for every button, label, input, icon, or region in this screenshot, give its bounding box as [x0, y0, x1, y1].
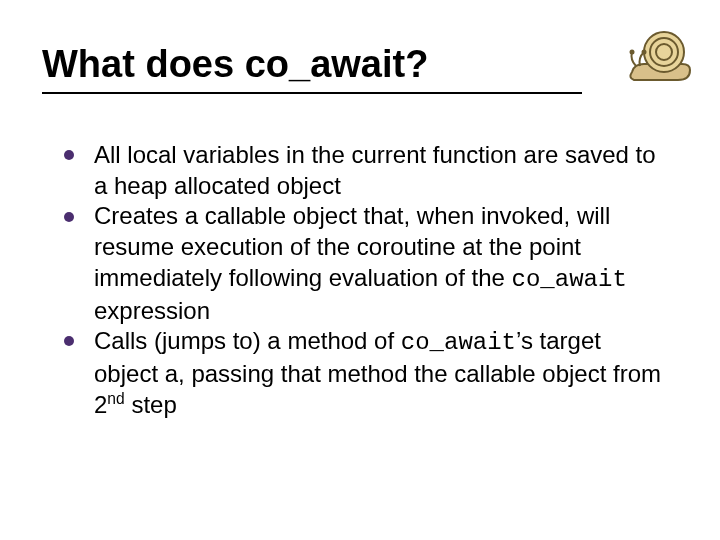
bullet-text: step: [125, 391, 177, 418]
code-span: co_await: [512, 266, 627, 293]
bullet-list: All local variables in the current funct…: [64, 140, 664, 420]
slide: What does co_await? All local variables …: [0, 0, 720, 540]
title-underline: [42, 92, 582, 94]
svg-point-2: [642, 50, 647, 55]
bullet-text: All local variables in the current funct…: [94, 141, 656, 199]
code-span: co_await: [401, 329, 516, 356]
bullet-text: Calls (jumps to) a method of: [94, 327, 401, 354]
title-block: What does co_await?: [42, 44, 582, 94]
bullet-text: expression: [94, 297, 210, 324]
list-item: All local variables in the current funct…: [64, 140, 664, 201]
ordinal-superscript: nd: [107, 390, 124, 407]
snail-icon: [624, 22, 694, 86]
svg-point-1: [630, 50, 635, 55]
slide-title: What does co_await?: [42, 44, 582, 86]
list-item: Creates a callable object that, when inv…: [64, 201, 664, 326]
list-item: Calls (jumps to) a method of co_await’s …: [64, 326, 664, 420]
slide-body: All local variables in the current funct…: [64, 140, 664, 420]
